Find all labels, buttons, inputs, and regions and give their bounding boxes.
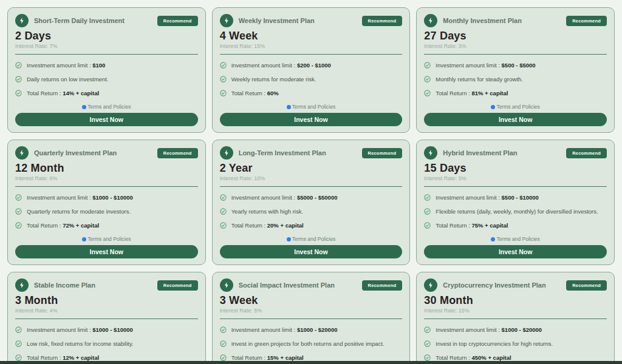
plan-duration: 27 Days (424, 30, 607, 42)
check-circle-icon (15, 76, 22, 83)
feature-text: Weekly returns for moderate risk. (231, 76, 316, 83)
feature-text: Investment amount limit : $500 - $5000 (436, 62, 535, 69)
lightning-bolt-icon (220, 278, 233, 292)
feature-row: Total Return : 75% + capital (424, 222, 607, 229)
feature-row: Investment amount limit : $500 - $5000 (424, 62, 607, 69)
check-circle-icon (220, 208, 227, 215)
feature-row: Quarterly returns for moderate investors… (15, 208, 198, 215)
interest-rate: Interest Rate: 3% (424, 43, 607, 49)
investment-plan-card: Monthly Investment Plan Recommend 27 Day… (416, 7, 615, 133)
invest-now-button[interactable]: Invest Now (424, 245, 607, 258)
terms-and-policies-link[interactable]: Terms and Policies (424, 236, 607, 242)
feature-row: Investment amount limit : $1000 - $20000 (424, 326, 607, 333)
check-circle-icon (424, 90, 431, 96)
feature-text: Invest in top cryptocurrencies for high … (436, 340, 553, 347)
recommend-badge: Recommend (157, 16, 198, 26)
feature-text: Total Return : 15% + capital (231, 354, 304, 361)
card-header: Hybrid Investment Plan Recommend (424, 146, 607, 160)
divider (15, 318, 198, 319)
feature-text: Total Return : 75% + capital (436, 222, 508, 229)
feature-row: Total Return : 60% (220, 90, 403, 96)
check-circle-icon (220, 222, 227, 229)
plan-title: Weekly Investment Plan (239, 17, 362, 24)
feature-row: Flexible returns (daily, weekly, monthly… (424, 208, 607, 215)
feature-text: Investment amount limit : $1000 - $10000 (27, 194, 133, 201)
invest-now-button[interactable]: Invest Now (220, 245, 403, 258)
investment-plan-card: Short-Term Daily Investment Recommend 2 … (7, 7, 206, 133)
plan-title: Cryptocurrency Investment Plan (443, 281, 566, 289)
divider (424, 318, 607, 319)
divider (424, 54, 607, 55)
feature-row: Investment amount limit : $5000 - $50000 (220, 194, 403, 201)
divider (220, 54, 403, 55)
feature-row: Low risk, fixed returns for income stabi… (15, 340, 198, 347)
card-header: Social Impact Investment Plan Recommend (220, 278, 403, 292)
card-header: Weekly Investment Plan Recommend (220, 14, 403, 27)
investment-plan-card: Social Impact Investment Plan Recommend … (212, 272, 411, 364)
feature-row: Total Return : 450% + capital (424, 354, 607, 361)
divider (15, 186, 198, 187)
recommend-badge: Recommend (362, 16, 403, 26)
feature-text: Total Return : 20% + capital (231, 222, 304, 229)
feature-row: Total Return : 14% + capital (15, 90, 198, 96)
terms-and-policies-link[interactable]: Terms and Policies (15, 236, 198, 242)
recommend-badge: Recommend (362, 148, 403, 158)
invest-now-button[interactable]: Invest Now (220, 113, 403, 126)
recommend-badge: Recommend (157, 148, 198, 158)
terms-and-policies-link[interactable]: Terms and Policies (424, 104, 607, 110)
check-circle-icon (220, 340, 227, 347)
check-circle-icon (424, 222, 431, 229)
feature-text: Investment amount limit : $1000 - $20000 (436, 326, 542, 333)
card-header: Long-Term Investment Plan Recommend (220, 146, 403, 160)
terms-label: Terms and Policies (87, 236, 131, 242)
check-circle-icon (15, 222, 22, 229)
invest-now-button[interactable]: Invest Now (15, 113, 198, 126)
investment-plan-card: Hybrid Investment Plan Recommend 15 Days… (416, 140, 615, 265)
info-dot-icon (287, 237, 291, 241)
terms-and-policies-link[interactable]: Terms and Policies (15, 104, 198, 110)
investment-plan-card: Stable Income Plan Recommend 3 Month Int… (7, 272, 206, 364)
divider (220, 186, 403, 187)
feature-text: Investment amount limit : $100 (27, 62, 105, 69)
invest-now-button[interactable]: Invest Now (15, 245, 198, 258)
check-circle-icon (424, 62, 431, 69)
lightning-bolt-icon (15, 278, 29, 292)
feature-text: Investment amount limit : $5000 - $50000 (231, 194, 338, 201)
feature-row: Weekly returns for moderate risk. (220, 76, 403, 83)
footer-bar (0, 361, 622, 364)
interest-rate: Interest Rate: 15% (220, 43, 403, 49)
feature-text: Total Return : 60% (231, 90, 279, 96)
feature-row: Total Return : 12% + capital (15, 354, 198, 361)
feature-text: Total Return : 12% + capital (27, 354, 99, 361)
plan-duration: 4 Week (220, 30, 403, 42)
terms-and-policies-link[interactable]: Terms and Policies (220, 236, 403, 242)
feature-text: Total Return : 72% + capital (27, 222, 99, 229)
terms-and-policies-link[interactable]: Terms and Policies (220, 104, 403, 110)
check-circle-icon (15, 354, 22, 361)
recommend-badge: Recommend (566, 280, 607, 291)
info-dot-icon (491, 105, 495, 109)
feature-row: Invest in top cryptocurrencies for high … (424, 340, 607, 347)
card-header: Short-Term Daily Investment Recommend (15, 14, 198, 27)
feature-row: Yearly returns with high risk. (220, 208, 403, 215)
interest-rate: Interest Rate: 6% (15, 175, 198, 181)
check-circle-icon (424, 340, 431, 347)
lightning-bolt-icon (424, 278, 437, 292)
check-circle-icon (424, 326, 431, 333)
info-dot-icon (82, 237, 86, 241)
invest-now-button[interactable]: Invest Now (424, 113, 607, 126)
check-circle-icon (15, 340, 22, 347)
check-circle-icon (424, 354, 431, 361)
feature-text: Monthly returns for steady growth. (436, 76, 523, 83)
check-circle-icon (424, 208, 431, 215)
plan-duration: 3 Month (15, 294, 198, 306)
terms-label: Terms and Policies (496, 104, 539, 110)
feature-text: Total Return : 450% + capital (436, 354, 511, 361)
check-circle-icon (15, 194, 22, 201)
feature-row: Investment amount limit : $500 - $10000 (424, 194, 607, 201)
check-circle-icon (220, 194, 227, 201)
interest-rate: Interest Rate: 4% (15, 308, 198, 314)
investment-plan-card: Long-Term Investment Plan Recommend 2 Ye… (212, 140, 411, 265)
plan-title: Long-Term Investment Plan (239, 149, 362, 157)
plan-title: Quarterly Investment Plan (34, 149, 157, 157)
